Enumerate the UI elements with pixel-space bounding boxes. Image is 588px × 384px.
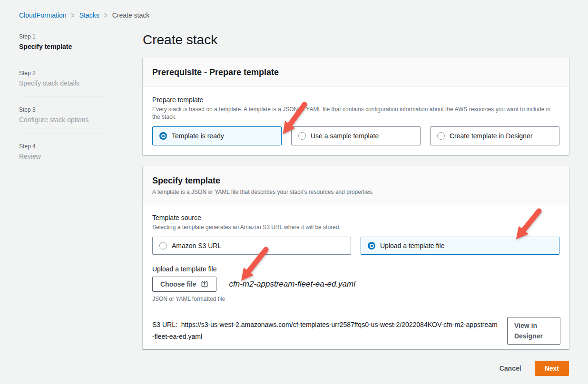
breadcrumb-stacks[interactable]: Stacks — [79, 11, 99, 19]
page-title: Create stack — [143, 32, 569, 48]
step-number: Step 2 — [19, 70, 143, 77]
step-number: Step 3 — [19, 106, 143, 113]
specify-template-panel: Specify template A template is a JSON or… — [143, 166, 569, 349]
prerequisite-panel-header: Prerequisite - Prepare template — [143, 58, 569, 86]
specify-template-panel-header: Specify template A template is a JSON or… — [143, 166, 569, 204]
sidebar-step-3[interactable]: Step 3 Configure stack options — [19, 106, 143, 124]
radio-tile-label: Amazon S3 URL — [172, 242, 221, 250]
breadcrumb: CloudFormation > Stacks > Create stack — [0, 0, 588, 19]
sidebar-step-2[interactable]: Step 2 Specify stack details — [19, 70, 143, 87]
radio-tile-label: Upload a template file — [380, 242, 444, 250]
radio-tile-label: Create template in Designer — [450, 132, 532, 140]
step-title: Review — [19, 153, 143, 160]
template-source-label: Template source — [152, 214, 559, 221]
radio-tile-upload-template-file[interactable]: Upload a template file — [361, 237, 559, 255]
radio-tile-create-in-designer[interactable]: Create template in Designer — [430, 126, 559, 145]
template-source-description: Selecting a template generates an Amazon… — [152, 223, 559, 231]
upload-template-file-label: Upload a template file — [152, 265, 559, 273]
step-title: Specify template — [19, 43, 143, 50]
radio-tile-use-sample-template[interactable]: Use a sample template — [291, 126, 421, 145]
radio-unchecked-icon[interactable] — [159, 242, 167, 250]
step-title: Configure stack options — [19, 116, 143, 124]
steps-sidebar: Step 1 Specify template Step 2 Specify s… — [19, 19, 143, 376]
step-title: Specify stack details — [19, 79, 143, 87]
radio-unchecked-icon[interactable] — [298, 132, 306, 140]
nav-rail-divider — [4, 0, 4, 384]
step-number: Step 4 — [19, 143, 143, 150]
prerequisite-panel-title: Prerequisite - Prepare template — [152, 67, 559, 77]
breadcrumb-chevron-icon: > — [71, 10, 75, 20]
prepare-template-options: Template is ready Use a sample template … — [152, 126, 559, 145]
upload-icon — [201, 280, 208, 288]
step-number: Step 1 — [19, 33, 143, 40]
sidebar-step-4[interactable]: Step 4 Review — [19, 143, 143, 160]
s3-url-label: S3 URL: — [152, 321, 177, 328]
s3-url-text: S3 URL: https://s3-us-west-2.amazonaws.c… — [152, 319, 498, 343]
radio-tile-amazon-s3-url[interactable]: Amazon S3 URL — [152, 237, 351, 255]
specify-template-panel-subtitle: A template is a JSON or YAML file that d… — [152, 189, 559, 195]
s3-url-value: https://s3-us-west-2.amazonaws.com/cf-te… — [152, 321, 498, 340]
prerequisite-panel-body: Prepare template Every stack is based on… — [143, 86, 569, 155]
template-source-options: Amazon S3 URL Upload a template file — [152, 237, 559, 255]
breadcrumb-cloudformation[interactable]: CloudFormation — [19, 11, 67, 19]
radio-tile-label: Use a sample template — [311, 132, 379, 140]
radio-tile-label: Template is ready — [172, 132, 224, 140]
file-row: Choose file cfn-m2-appstream-fleet-ea-ed… — [152, 277, 559, 292]
view-in-designer-button[interactable]: View in Designer — [507, 317, 560, 345]
breadcrumb-create-stack: Create stack — [112, 11, 150, 19]
uploaded-file-name: cfn-m2-appstream-fleet-ea-ed.yaml — [229, 279, 355, 289]
prepare-template-description: Every stack is based on a template. A te… — [152, 106, 559, 121]
divider — [19, 96, 105, 97]
wizard-actions: Cancel Next — [143, 361, 569, 376]
specify-template-panel-body: Template source Selecting a template gen… — [143, 204, 569, 312]
choose-file-label: Choose file — [160, 280, 196, 288]
divider — [19, 133, 105, 134]
radio-checked-icon[interactable] — [159, 132, 167, 140]
breadcrumb-chevron-icon: > — [104, 10, 108, 20]
divider — [19, 60, 105, 60]
specify-template-panel-title: Specify template — [152, 176, 559, 186]
next-button[interactable]: Next — [535, 361, 569, 376]
choose-file-button[interactable]: Choose file — [152, 277, 216, 292]
cancel-button[interactable]: Cancel — [500, 365, 521, 372]
prerequisite-panel: Prerequisite - Prepare template Prepare … — [143, 58, 569, 155]
file-format-hint: JSON or YAML formatted file — [152, 296, 559, 302]
prepare-template-label: Prepare template — [152, 96, 559, 104]
radio-unchecked-icon[interactable] — [437, 132, 445, 140]
radio-checked-icon[interactable] — [368, 242, 375, 250]
main-content: Create stack Prerequisite - Prepare temp… — [143, 19, 569, 376]
radio-tile-template-is-ready[interactable]: Template is ready — [152, 126, 282, 145]
s3-url-footer: S3 URL: https://s3-us-west-2.amazonaws.c… — [143, 312, 569, 349]
sidebar-step-1[interactable]: Step 1 Specify template — [19, 33, 143, 50]
